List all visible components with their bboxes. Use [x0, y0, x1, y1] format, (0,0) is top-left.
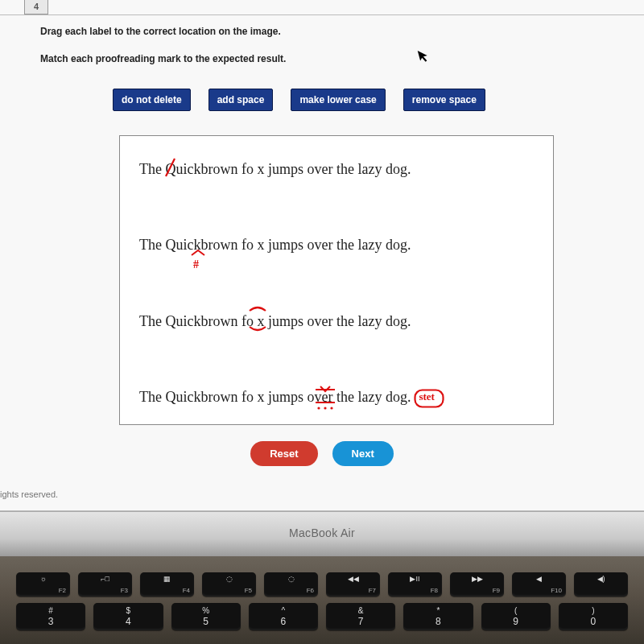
text: The Quickbrown fo x jumps o	[139, 389, 314, 405]
letters: o x	[246, 313, 265, 329]
letter: k	[193, 237, 200, 253]
keyboard-key: ▶IIF8	[388, 572, 442, 597]
keyboard-key: *8	[403, 603, 473, 630]
keyboard-key: #3	[16, 603, 85, 630]
keyboard-key: ◌F5	[202, 572, 256, 597]
sentence-1: The Quickbrown fo x jumps over the lazy …	[139, 160, 534, 179]
stet-circle: stet	[414, 388, 444, 408]
marked-letter-k: k#	[193, 236, 200, 254]
keyboard-key: ◀F10	[512, 572, 566, 597]
text: The Quickbrown f	[139, 313, 246, 329]
letters: ver	[314, 389, 332, 405]
text: The Quic	[139, 237, 193, 253]
keyboard-key: $4	[93, 603, 163, 630]
number-key-row: #3$4%5^6&7*8(9)0	[0, 603, 644, 637]
quiz-screen: 4 Drag each label to the correct locatio…	[0, 0, 644, 511]
label-make-lower-case[interactable]: make lower case	[291, 89, 385, 111]
marked-close-up: o x	[246, 312, 265, 331]
keyboard-key: ◀◀F7	[326, 572, 380, 597]
laptop-keyboard-deck: ☼F2⌐□F3▦F4◌F5◌F6◀◀F7▶IIF8▶▶F9◀F10◀) #3$4…	[0, 556, 644, 644]
stet-text: stet	[419, 390, 435, 404]
keyboard-key: ◌F6	[264, 572, 318, 597]
text: The	[139, 161, 165, 177]
keyboard-key: ^6	[249, 603, 318, 630]
laptop-model-label: MacBook Air	[289, 526, 355, 539]
keyboard-key: ⌐□F3	[78, 572, 132, 597]
text: jumps over the lazy dog.	[264, 313, 411, 329]
next-button[interactable]: Next	[332, 441, 394, 466]
label-add-space[interactable]: add space	[208, 89, 274, 111]
mouse-cursor-icon	[417, 47, 432, 67]
keyboard-key: )0	[559, 603, 628, 630]
keyboard-key: ▦F4	[140, 572, 194, 597]
laptop-hinge: MacBook Air	[0, 511, 644, 556]
instruction-line-1: Drag each label to the correct location …	[40, 26, 281, 37]
footer-copyright: ights reserved.	[0, 489, 58, 499]
svg-point-6	[331, 407, 333, 410]
divider	[0, 14, 644, 15]
sentence-2: The Quick#brown fo x jumps over the lazy…	[139, 236, 534, 254]
drop-target-box[interactable]: The Quickbrown fo x jumps over the lazy …	[119, 135, 554, 425]
sentence-3: The Quickbrown fo x jumps over the lazy …	[139, 312, 534, 331]
letter: Q	[165, 161, 175, 177]
text: brown fo x jumps over the lazy dog.	[200, 237, 411, 253]
label-remove-space[interactable]: remove space	[403, 89, 485, 111]
text: uickbrown fo x jumps over the lazy dog.	[175, 161, 411, 177]
function-key-row: ☼F2⌐□F3▦F4◌F5◌F6◀◀F7▶IIF8▶▶F9◀F10◀)	[0, 572, 644, 603]
marked-stet: ver	[314, 388, 332, 407]
label-do-not-delete[interactable]: do not delete	[113, 89, 191, 111]
keyboard-key: (9	[481, 603, 551, 630]
marked-letter-Q: Q	[165, 160, 175, 179]
svg-text:#: #	[193, 258, 199, 270]
draggable-labels-row: do not delete add space make lower case …	[113, 89, 485, 111]
keyboard-key: &7	[326, 603, 395, 630]
svg-point-5	[324, 407, 327, 410]
instruction-line-2: Match each proofreading mark to the expe…	[40, 53, 286, 64]
keyboard-key: ▶▶F9	[450, 572, 504, 597]
reset-button[interactable]: Reset	[250, 441, 317, 466]
keyboard-key: %5	[171, 603, 241, 630]
question-number-tab: 4	[24, 0, 48, 14]
text: the lazy dog.	[332, 389, 411, 405]
button-row: Reset Next	[0, 441, 644, 466]
keyboard-key: ☼F2	[16, 572, 70, 597]
svg-point-4	[318, 407, 320, 410]
keyboard-key: ◀)	[574, 572, 628, 597]
sentence-4: The Quickbrown fo x jumps over the lazy …	[139, 388, 534, 408]
